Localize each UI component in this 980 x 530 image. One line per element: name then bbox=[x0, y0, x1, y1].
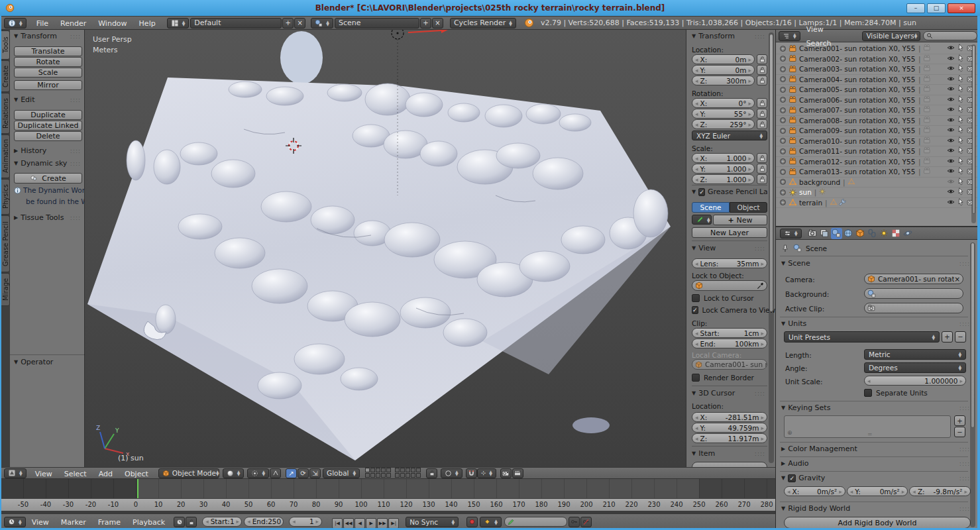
next-keyframe-button[interactable]: ▶▶ bbox=[377, 518, 388, 529]
outliner-row[interactable]: +Camera007- sun rotation X0, Y55, Z350| bbox=[776, 105, 977, 116]
add-rigid-body-world-button[interactable]: Add Rigid Body World bbox=[784, 517, 971, 529]
orientation-dropdown[interactable]: Global▲▼ bbox=[323, 468, 360, 478]
expand-toggle[interactable]: + bbox=[780, 76, 786, 82]
scene-camera-field[interactable]: Camera001- sun rotation X0, Y55, Z...× bbox=[864, 274, 963, 284]
scene-selector[interactable]: Scene bbox=[335, 18, 419, 28]
selectability-toggle[interactable] bbox=[957, 146, 965, 156]
add-scene-button[interactable]: + bbox=[420, 18, 431, 28]
panel-header-view[interactable]: ▼View:::: bbox=[692, 244, 767, 252]
expand-toggle[interactable]: + bbox=[780, 189, 786, 195]
selectability-toggle[interactable] bbox=[957, 85, 965, 94]
editor-type-selector-outliner[interactable]: ▲▼ bbox=[779, 31, 800, 41]
number-field[interactable]: ◂Z:1.000▸ bbox=[692, 174, 755, 184]
selectability-toggle[interactable] bbox=[957, 167, 965, 176]
mode-dropdown[interactable]: Object Mode▲▼ bbox=[158, 468, 219, 478]
layer-toggle[interactable] bbox=[370, 468, 375, 472]
menu-playback[interactable]: Playback bbox=[127, 516, 171, 529]
active-keying-set-field[interactable] bbox=[504, 517, 567, 527]
properties-tab-world[interactable] bbox=[843, 228, 854, 239]
properties-tab-render-layers[interactable] bbox=[819, 228, 830, 239]
layer-toggle[interactable] bbox=[416, 468, 421, 472]
pivot-dropdown[interactable]: ▲▼ bbox=[247, 468, 269, 478]
outliner-item-label[interactable]: Camera003- sun rotation X0, Y55, Z340 bbox=[799, 65, 916, 73]
layer-toggle[interactable] bbox=[376, 473, 380, 478]
layer-toggle[interactable] bbox=[386, 473, 391, 478]
number-field[interactable]: ◂X:0m/s²▸ bbox=[784, 486, 845, 496]
outliner-item-label[interactable]: Camera001- sun rotation X0, Y55, Z259 bbox=[799, 44, 916, 52]
menu-render[interactable]: Render bbox=[54, 17, 92, 30]
outliner-row[interactable]: +background| bbox=[776, 178, 977, 188]
outliner-row[interactable]: +sun| bbox=[776, 187, 977, 198]
selectability-toggle[interactable] bbox=[957, 198, 965, 207]
expand-toggle[interactable]: + bbox=[780, 107, 786, 113]
screen-layout-selector[interactable]: Default bbox=[190, 18, 282, 28]
duplicate-linked-button[interactable]: Duplicate Linked bbox=[14, 121, 82, 131]
visibility-eye-toggle[interactable] bbox=[947, 116, 955, 125]
properties-tab-scene[interactable] bbox=[831, 228, 842, 239]
scene-icon-button[interactable]: ▲▼ bbox=[311, 18, 333, 28]
visibility-eye-toggle[interactable] bbox=[947, 105, 955, 115]
visibility-eye-toggle[interactable] bbox=[947, 136, 955, 146]
expand-toggle[interactable]: + bbox=[780, 117, 786, 123]
shelf-tab-tools[interactable]: Tools bbox=[1, 30, 10, 60]
expand-toggle[interactable]: + bbox=[780, 56, 786, 62]
lock-toggle[interactable] bbox=[757, 76, 767, 85]
number-field[interactable]: ◂Z:300m▸ bbox=[692, 76, 755, 85]
layer-toggle[interactable] bbox=[376, 468, 380, 472]
menu-select[interactable]: Select bbox=[58, 468, 93, 480]
outliner-row[interactable]: +Camera012- sun rotation X0, Y55, Z335| bbox=[776, 157, 977, 168]
layers-grid-1[interactable] bbox=[365, 468, 392, 478]
panel-header-tissue-tools[interactable]: ▶Tissue Tools:::: bbox=[14, 213, 83, 222]
length-dropdown[interactable]: Metric▲▼ bbox=[864, 349, 966, 360]
visibility-eye-toggle[interactable] bbox=[947, 54, 955, 64]
outliner-item-label[interactable]: background bbox=[799, 178, 840, 186]
properties-tab-data[interactable] bbox=[879, 228, 890, 239]
panel-header-keying-sets[interactable]: ▼Keying Sets:::: bbox=[781, 403, 972, 412]
outliner-row[interactable]: +Camera002- sun rotation X0, Y55, Z259| bbox=[776, 54, 977, 65]
layer-toggle[interactable] bbox=[400, 473, 405, 478]
layer-toggle[interactable] bbox=[365, 473, 370, 478]
menu-view[interactable]: View bbox=[29, 468, 58, 480]
number-field[interactable]: ◂Y:1.000▸ bbox=[692, 164, 755, 174]
panel-header-history[interactable]: ▶History:::: bbox=[14, 146, 83, 155]
lock-layers-toggle[interactable] bbox=[426, 468, 437, 478]
unit-presets-dropdown[interactable]: Unit Presets▲▼ bbox=[784, 331, 940, 343]
visibility-eye-toggle[interactable] bbox=[947, 187, 955, 197]
panel-header-transform-n[interactable]: ▼Transform:::: bbox=[692, 32, 767, 40]
play-button[interactable]: ▶ bbox=[366, 518, 376, 529]
outliner-item-label[interactable]: terrain bbox=[799, 199, 822, 207]
panel-header-3d-cursor[interactable]: ▼3D Cursor:::: bbox=[692, 389, 767, 398]
prev-keyframe-button[interactable]: ◀◀ bbox=[343, 518, 354, 529]
panel-header-scene[interactable]: ▼Scene:::: bbox=[781, 259, 972, 268]
visibility-eye-toggle[interactable] bbox=[947, 198, 955, 207]
outliner-row[interactable]: +Camera001- sun rotation X0, Y55, Z259| bbox=[776, 44, 977, 54]
lock-toggle[interactable] bbox=[757, 164, 767, 174]
jump-to-end-button[interactable]: ▶| bbox=[388, 518, 399, 529]
layers-grid-2[interactable] bbox=[395, 468, 421, 478]
selectability-toggle[interactable] bbox=[957, 126, 965, 135]
outliner-item-label[interactable]: Camera011- sun rotation X0, Y55, Z350 bbox=[799, 147, 916, 155]
outliner-item-label[interactable]: Camera004- sun rotation X0, Y55, Z150 bbox=[799, 76, 916, 83]
separate-units-row[interactable]: Separate Units bbox=[864, 389, 928, 397]
outliner-search-field[interactable] bbox=[923, 31, 977, 40]
lock-toggle[interactable] bbox=[757, 109, 767, 119]
menu-file[interactable]: File bbox=[30, 17, 54, 30]
number-field[interactable]: ◂Y:55°▸ bbox=[692, 109, 755, 119]
panel-header-dynamic-sky[interactable]: ▼Dynamic sky:::: bbox=[14, 159, 83, 168]
outliner-row[interactable]: +Camera008- sun rotation X0, Y55, Z280| bbox=[776, 116, 977, 127]
keying-set-dropdown[interactable]: ▲▼ bbox=[480, 517, 502, 527]
scene-background-field[interactable] bbox=[864, 288, 963, 299]
outliner-item-label[interactable]: Camera008- sun rotation X0, Y55, Z280 bbox=[799, 117, 916, 125]
lock-time-toggle[interactable] bbox=[186, 517, 197, 527]
number-field[interactable]: ◂X:0°▸ bbox=[692, 98, 755, 108]
menu-add[interactable]: Add bbox=[93, 468, 119, 480]
scale-button[interactable]: Scale bbox=[14, 68, 82, 78]
play-reverse-button[interactable]: ◀ bbox=[354, 518, 365, 529]
translate-button[interactable]: Translate bbox=[14, 46, 82, 56]
expand-toggle[interactable]: + bbox=[780, 97, 786, 103]
tab-gp-object[interactable]: Object bbox=[730, 202, 767, 213]
playhead[interactable] bbox=[137, 479, 138, 498]
timeline-canvas[interactable] bbox=[0, 479, 775, 498]
selectability-toggle[interactable] bbox=[957, 54, 965, 64]
angle-dropdown[interactable]: Degrees▲▼ bbox=[864, 362, 966, 373]
